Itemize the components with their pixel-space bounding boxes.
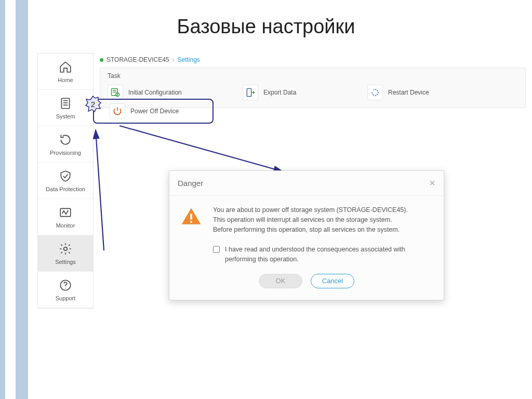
svg-line-15: [119, 126, 283, 171]
svg-point-7: [65, 287, 65, 288]
sidebar: Home System Provisioning Data Protection…: [37, 53, 94, 309]
shield-icon: [59, 169, 72, 183]
svg-rect-0: [61, 98, 69, 109]
dialog-line1: You are about to power off storage syste…: [213, 205, 408, 215]
initial-config-icon: [108, 85, 123, 100]
svg-line-14: [96, 130, 104, 250]
sidebar-item-label: Home: [58, 77, 73, 83]
consent-label: I have read and understood the consequen…: [225, 245, 433, 264]
svg-rect-17: [190, 221, 192, 223]
cancel-button[interactable]: Cancel: [311, 274, 354, 288]
sidebar-item-label: Provisioning: [50, 150, 81, 156]
sidebar-item-label: Settings: [55, 259, 76, 265]
task-export-data[interactable]: Export Data: [243, 85, 347, 100]
consent-checkbox[interactable]: [213, 246, 220, 253]
breadcrumb-separator: ›: [172, 56, 174, 63]
close-icon[interactable]: ×: [429, 177, 435, 189]
page-title: Базовые настройки: [0, 16, 532, 38]
sidebar-item-settings[interactable]: Settings: [38, 235, 93, 272]
power-icon: [110, 103, 125, 119]
task-power-off[interactable]: Power Off Device 2: [93, 99, 214, 124]
sidebar-item-label: System: [56, 113, 75, 119]
sidebar-item-support[interactable]: Support: [38, 272, 93, 308]
decorative-stripe-inner: [16, 0, 28, 399]
breadcrumb-device[interactable]: STORAGE-DEVICE45: [107, 56, 169, 63]
server-icon: [59, 97, 72, 110]
panel-title: Task: [108, 72, 518, 79]
sidebar-item-label: Monitor: [56, 222, 75, 229]
export-icon: [243, 85, 258, 100]
svg-rect-16: [190, 214, 192, 220]
status-dot: [100, 58, 103, 62]
step-number: 2: [91, 100, 95, 109]
sidebar-item-monitor[interactable]: Monitor: [38, 199, 93, 235]
task-restart-device[interactable]: Restart Device: [367, 85, 461, 100]
warning-icon: [180, 205, 203, 234]
decorative-stripe-outer: [0, 0, 5, 399]
dialog-line2: This operation will interrupt all servic…: [213, 215, 408, 225]
monitor-icon: [59, 206, 72, 219]
task-row: Initial Configuration Export Data Restar…: [108, 85, 518, 100]
dialog-body: You are about to power off storage syste…: [169, 196, 444, 237]
provisioning-icon: [59, 133, 72, 147]
task-label: Power Off Device: [130, 108, 179, 115]
dialog-line3: Before performing this operation, stop a…: [213, 225, 408, 235]
task-label: Initial Configuration: [128, 89, 182, 96]
task-initial-config[interactable]: Initial Configuration: [108, 85, 222, 100]
task-label: Export Data: [263, 89, 296, 96]
sidebar-item-data-protection[interactable]: Data Protection: [38, 163, 93, 199]
breadcrumb: STORAGE-DEVICE45 › Settings: [100, 53, 526, 68]
svg-rect-4: [60, 208, 71, 216]
dialog-header: Danger ×: [169, 171, 444, 196]
svg-point-5: [64, 247, 68, 250]
dialog-title: Danger: [178, 179, 203, 188]
dialog-footer: OK Cancel: [169, 269, 444, 300]
danger-dialog: Danger × You are about to power off stor…: [169, 170, 444, 300]
sidebar-item-home[interactable]: Home: [38, 54, 93, 90]
gear-icon: [59, 242, 72, 256]
ok-button[interactable]: OK: [259, 274, 302, 288]
restart-icon: [367, 85, 383, 100]
sidebar-item-label: Support: [56, 295, 76, 301]
sidebar-item-provisioning[interactable]: Provisioning: [38, 126, 93, 163]
task-label: Restart Device: [388, 89, 429, 96]
consent-row: I have read and understood the consequen…: [169, 237, 444, 269]
breadcrumb-page[interactable]: Settings: [177, 56, 200, 63]
sidebar-item-label: Data Protection: [46, 186, 85, 192]
dialog-message: You are about to power off storage syste…: [213, 205, 408, 234]
help-icon: [59, 278, 72, 292]
svg-rect-12: [247, 89, 251, 97]
step-badge: 2: [85, 96, 101, 112]
home-icon: [59, 60, 72, 74]
